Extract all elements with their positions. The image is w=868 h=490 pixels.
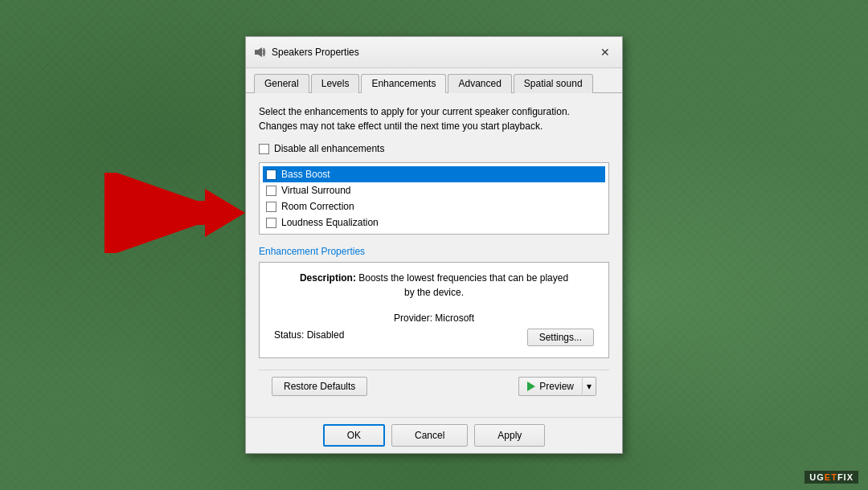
footer: OK Cancel Apply (246, 417, 622, 453)
speaker-icon (254, 46, 267, 59)
enhancement-item-bass-boost[interactable]: Bass Boost (263, 166, 605, 182)
enhancement-item-virtual-surround[interactable]: Virtual Surround (263, 182, 605, 198)
disable-all-label: Disable all enhancements (274, 143, 384, 154)
prop-description: Description: Boosts the lowest frequenci… (271, 271, 597, 300)
tab-spatial-sound[interactable]: Spatial sound (514, 74, 593, 93)
bottom-buttons-row: Restore Defaults Preview ▾ (259, 370, 609, 406)
dialog-title: Speakers Properties (272, 47, 592, 58)
speakers-properties-dialog: Speakers Properties ✕ General Levels Enh… (245, 36, 623, 454)
disable-all-row[interactable]: Disable all enhancements (259, 143, 609, 154)
restore-defaults-button[interactable]: Restore Defaults (272, 377, 367, 396)
play-icon (527, 382, 535, 391)
disable-all-checkbox[interactable] (259, 144, 269, 154)
ok-button[interactable]: OK (323, 424, 385, 447)
watermark-suffix: FIX (837, 472, 854, 482)
loudness-equalization-label: Loudness Equalization (281, 217, 379, 228)
properties-box: Description: Boosts the lowest frequenci… (259, 262, 609, 358)
enhancement-item-loudness-equalization[interactable]: Loudness Equalization (263, 214, 605, 231)
enhancement-list: Bass Boost Virtual Surround Room Correct… (259, 162, 609, 235)
tab-enhancements[interactable]: Enhancements (361, 74, 446, 93)
svg-marker-3 (205, 189, 245, 237)
chevron-down-icon: ▾ (587, 381, 592, 392)
tab-levels[interactable]: Levels (311, 74, 360, 93)
provider-row: Provider: Microsoft (271, 312, 597, 324)
watermark: UGETFIX (805, 471, 858, 484)
preview-dropdown-button[interactable]: ▾ (582, 377, 596, 396)
room-correction-label: Room Correction (281, 201, 354, 212)
bass-boost-checkbox[interactable] (266, 169, 276, 180)
enhancement-properties-section: Enhancement Properties Description: Boos… (259, 246, 609, 358)
preview-group: Preview ▾ (518, 377, 596, 396)
status-row: Status: Disabled (274, 329, 344, 341)
watermark-prefix: UG (809, 472, 825, 482)
tab-advanced[interactable]: Advanced (448, 74, 511, 93)
properties-title: Enhancement Properties (259, 246, 609, 257)
description-text: Select the enhancements to apply for you… (259, 104, 609, 133)
preview-label: Preview (539, 381, 574, 392)
tab-content: Select the enhancements to apply for you… (246, 93, 622, 417)
virtual-surround-checkbox[interactable] (266, 186, 276, 196)
apply-button[interactable]: Apply (474, 424, 545, 447)
room-correction-checkbox[interactable] (266, 202, 276, 212)
svg-rect-4 (255, 50, 258, 55)
virtual-surround-label: Virtual Surround (281, 185, 351, 196)
cancel-button[interactable]: Cancel (391, 424, 468, 447)
watermark-highlight: ET (825, 472, 837, 482)
svg-marker-2 (113, 201, 209, 225)
title-bar: Speakers Properties ✕ (246, 37, 622, 68)
preview-button[interactable]: Preview (518, 377, 582, 396)
tab-bar: General Levels Enhancements Advanced Spa… (246, 68, 622, 93)
settings-button[interactable]: Settings... (527, 329, 594, 346)
loudness-equalization-checkbox[interactable] (266, 218, 276, 228)
enhancement-item-room-correction[interactable]: Room Correction (263, 198, 605, 214)
svg-marker-5 (258, 47, 262, 57)
tab-general[interactable]: General (254, 74, 309, 93)
close-button[interactable]: ✕ (596, 43, 614, 61)
bass-boost-label: Bass Boost (281, 169, 330, 180)
